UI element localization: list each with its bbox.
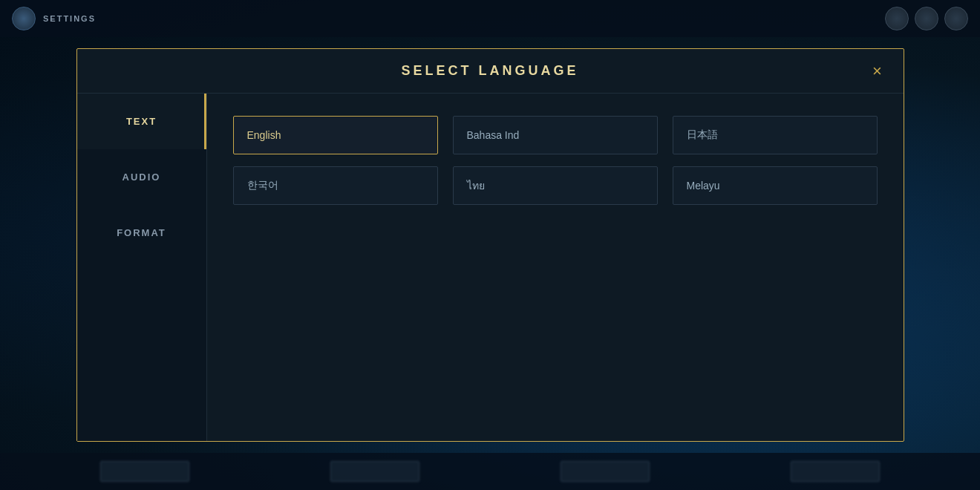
bottom-button-2[interactable] [330, 461, 419, 482]
modal-backdrop: SELECT LANGUAGE × TEXT AUDIO FORMAT [37, 37, 943, 453]
avatar [12, 7, 36, 30]
sidebar-item-audio[interactable]: AUDIO [77, 149, 206, 205]
select-language-modal: SELECT LANGUAGE × TEXT AUDIO FORMAT [76, 48, 904, 442]
top-bar-right [885, 7, 968, 30]
settings-title: SETTINGS [43, 14, 96, 23]
language-grid: English Bahasa Ind 日本語 한국어 ไทย [233, 116, 878, 205]
language-content: English Bahasa Ind 日本語 한국어 ไทย [207, 94, 904, 441]
modal-header: SELECT LANGUAGE × [77, 49, 904, 94]
lang-option-english[interactable]: English [233, 116, 438, 154]
top-bar-btn-3[interactable] [944, 7, 968, 30]
lang-option-malay[interactable]: Melayu [673, 166, 878, 205]
lang-option-japanese[interactable]: 日本語 [673, 116, 878, 154]
bottom-bar [0, 453, 980, 490]
top-bar-btn-1[interactable] [885, 7, 909, 30]
modal-body: TEXT AUDIO FORMAT English Bahasa Ind [77, 94, 904, 441]
top-bar: SETTINGS [0, 0, 980, 37]
settings-sidebar: TEXT AUDIO FORMAT [77, 94, 207, 441]
lang-option-thai[interactable]: ไทย [453, 166, 658, 205]
close-button[interactable]: × [866, 60, 889, 82]
modal-title: SELECT LANGUAGE [401, 63, 578, 79]
lang-option-korean[interactable]: 한국어 [233, 166, 438, 205]
top-bar-left: SETTINGS [12, 7, 96, 30]
sidebar-item-format[interactable]: FORMAT [77, 205, 206, 261]
top-bar-btn-2[interactable] [915, 7, 938, 30]
sidebar-item-text[interactable]: TEXT [77, 94, 206, 149]
bottom-button-1[interactable] [100, 461, 189, 482]
lang-option-bahasa[interactable]: Bahasa Ind [453, 116, 658, 154]
bottom-button-3[interactable] [561, 461, 650, 482]
bottom-button-4[interactable] [791, 461, 880, 482]
